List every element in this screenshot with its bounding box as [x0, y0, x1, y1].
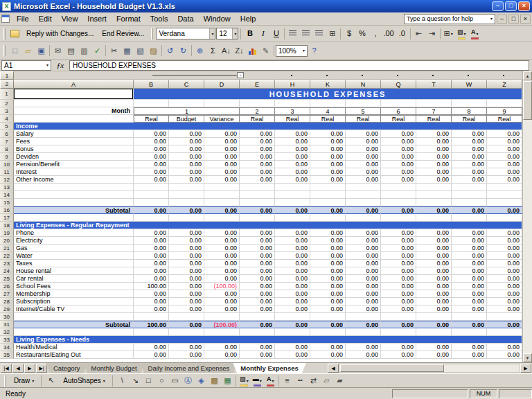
month-number-cell[interactable]: 4	[310, 107, 346, 115]
value-cell[interactable]: 0.00	[487, 176, 522, 184]
value-cell[interactable]: 0.00	[310, 237, 346, 245]
row-label-cell[interactable]: Phone	[14, 229, 134, 237]
value-cell[interactable]: 0.00	[169, 305, 204, 313]
month-number-cell[interactable]: 8	[452, 107, 487, 115]
value-cell[interactable]: 0.00	[204, 344, 240, 351]
value-cell[interactable]: 0.00	[169, 153, 204, 161]
value-cell[interactable]: 0.00	[416, 145, 452, 153]
column-header-C[interactable]: C	[169, 80, 204, 89]
value-cell[interactable]: 0.00	[134, 245, 169, 252]
horizontal-scroll-track[interactable]	[339, 364, 520, 373]
cell[interactable]	[204, 214, 240, 222]
value-cell[interactable]: 0.00	[381, 267, 416, 275]
scroll-up-icon[interactable]: ▲	[523, 71, 532, 80]
value-cell[interactable]: 0.00	[416, 161, 452, 168]
value-cell[interactable]: 0.00	[310, 298, 346, 305]
value-cell[interactable]: 0.00	[416, 275, 452, 283]
value-cell[interactable]: 0.00	[134, 161, 169, 168]
row-label-cell[interactable]: Other Income	[14, 176, 134, 184]
cell[interactable]	[452, 328, 487, 336]
sheet-tab-monthly-expenses[interactable]: Monthly Expenses	[233, 363, 305, 373]
value-cell[interactable]: 0.00	[452, 130, 487, 138]
column-header-Z[interactable]: Z	[487, 80, 522, 89]
value-cell[interactable]: 0.00	[310, 267, 346, 275]
value-cell[interactable]: 0.00	[310, 176, 346, 184]
row-header-14[interactable]: 14	[0, 191, 14, 199]
value-cell[interactable]: 0.00	[346, 252, 381, 260]
value-cell[interactable]: 0.00	[134, 290, 169, 298]
value-cell[interactable]: 0.00	[416, 252, 452, 260]
dropdown-arrow-icon[interactable]: ▾	[232, 28, 238, 39]
formula-input[interactable]: HOUSEHOLD EXPENSES	[69, 60, 529, 71]
sheet-tab-monthly-budget[interactable]: Monthly Budget	[84, 363, 145, 373]
value-cell[interactable]: 0.00	[204, 237, 240, 245]
menu-insert[interactable]: Insert	[82, 14, 112, 24]
value-cell[interactable]: 0.00	[134, 252, 169, 260]
insert-function-icon[interactable]: ƒx	[53, 61, 68, 69]
text-box-icon[interactable]: ▭	[168, 375, 181, 387]
dropdown-arrow-icon[interactable]: ▾	[46, 63, 48, 67]
cell[interactable]	[416, 328, 452, 336]
value-cell[interactable]: 0.00	[240, 283, 275, 290]
value-cell[interactable]: 0.00	[381, 245, 416, 252]
month-number-cell[interactable]: 9	[487, 107, 522, 115]
value-cell[interactable]: 0.00	[487, 237, 522, 245]
value-cell[interactable]: 0.00	[134, 145, 169, 153]
underline-icon[interactable]: U	[269, 28, 283, 40]
value-cell[interactable]: 0.00	[487, 298, 522, 305]
value-cell[interactable]: 0.00	[275, 305, 310, 313]
value-cell[interactable]: 0.00	[416, 283, 452, 290]
value-cell[interactable]: 0.00	[416, 260, 452, 267]
wordart-icon[interactable]: Ⓐ	[181, 375, 195, 387]
menu-edit[interactable]: Edit	[34, 14, 57, 24]
font-color-icon[interactable]: A▾	[468, 28, 481, 40]
print-icon[interactable]: ▤	[64, 44, 78, 57]
fill-color-icon[interactable]: ▨▾	[455, 28, 468, 40]
value-cell[interactable]: 0.00	[381, 275, 416, 283]
value-cell[interactable]: 0.00	[346, 283, 381, 290]
cell[interactable]	[487, 184, 522, 191]
value-cell[interactable]: 0.00	[452, 344, 487, 351]
value-cell[interactable]: 0.00	[346, 344, 381, 351]
value-cell[interactable]: 0.00	[275, 138, 310, 145]
font-name-combo[interactable]: Verdana ▾	[156, 28, 215, 39]
cell[interactable]	[487, 100, 522, 107]
cell[interactable]	[381, 328, 416, 336]
cell[interactable]	[310, 214, 346, 222]
column-subheader-cell[interactable]: Real	[275, 115, 310, 123]
section-header-cell[interactable]: Living Expenses - Needs	[14, 336, 522, 344]
value-cell[interactable]: 0.00	[134, 267, 169, 275]
cell[interactable]	[169, 191, 204, 199]
column-subheader-cell[interactable]: Real	[416, 115, 452, 123]
cell[interactable]	[452, 184, 487, 191]
vertical-scrollbar[interactable]: ▲ ▼	[522, 71, 532, 362]
value-cell[interactable]: 0.00	[346, 237, 381, 245]
cell[interactable]	[310, 328, 346, 336]
row-header-1[interactable]: 1	[0, 89, 14, 100]
cell[interactable]	[346, 100, 381, 107]
value-cell[interactable]: 0.00	[346, 260, 381, 267]
row-header-11[interactable]: 11	[0, 168, 14, 176]
value-cell[interactable]: 0.00	[275, 283, 310, 290]
value-cell[interactable]: 0.00	[240, 260, 275, 267]
column-subheader-cell[interactable]: Real	[240, 115, 275, 123]
value-cell[interactable]: 0.00	[275, 145, 310, 153]
value-cell[interactable]: 0.00	[240, 298, 275, 305]
arrow-icon[interactable]: ↘	[129, 375, 142, 387]
cell[interactable]	[416, 313, 452, 321]
cell[interactable]	[134, 199, 169, 206]
value-cell[interactable]: 0.00	[416, 138, 452, 145]
next-sheet-icon[interactable]: ▶	[24, 364, 35, 373]
cell[interactable]	[14, 191, 134, 199]
email-icon[interactable]: ✉	[51, 44, 64, 57]
value-cell[interactable]: 0.00	[310, 245, 346, 252]
value-cell[interactable]: 0.00	[240, 237, 275, 245]
redo-icon[interactable]: ↻	[177, 44, 190, 57]
value-cell[interactable]: 0.00	[204, 130, 240, 138]
cell[interactable]	[275, 199, 310, 206]
print-preview-icon[interactable]: ▥	[78, 44, 91, 57]
value-cell[interactable]: 0.00	[204, 161, 240, 168]
value-cell[interactable]: 0.00	[204, 245, 240, 252]
scroll-left-icon[interactable]: ◀	[328, 364, 339, 373]
value-cell[interactable]: 0.00	[381, 153, 416, 161]
